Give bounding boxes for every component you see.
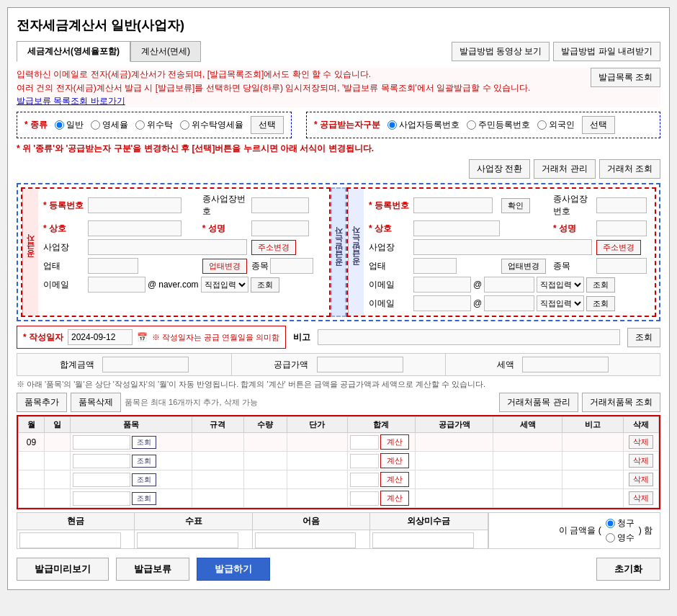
- bigo-lookup-btn[interactable]: 조회: [627, 328, 660, 347]
- receiver-type-btn[interactable]: 업태변경: [501, 259, 546, 274]
- receiver-email2-select[interactable]: 직접입력: [537, 295, 584, 311]
- calc-btn-3[interactable]: 계산: [380, 472, 409, 487]
- calendar-icon[interactable]: 📅: [137, 332, 148, 342]
- unit-input-3[interactable]: [290, 475, 345, 485]
- qty-input-3[interactable]: [246, 475, 284, 485]
- supplier-company-input[interactable]: [88, 220, 181, 236]
- day-input-1[interactable]: [47, 437, 68, 447]
- receiver-biz-no-input[interactable]: [596, 197, 647, 213]
- payment-cash-input[interactable]: [19, 532, 121, 548]
- sum-input-4[interactable]: [350, 491, 379, 506]
- info-link[interactable]: 발급보류 목록조회 바로가기: [17, 96, 125, 106]
- qty-input-2[interactable]: [246, 456, 284, 466]
- item-lookup-btn-2[interactable]: 조회: [132, 455, 156, 468]
- calc-btn-4[interactable]: 계산: [380, 491, 409, 506]
- tax-input-3[interactable]: [496, 475, 560, 485]
- tax-input-1[interactable]: [496, 437, 560, 447]
- delete-row-btn-1[interactable]: 삭제: [629, 435, 653, 449]
- day-input-4[interactable]: [47, 494, 68, 504]
- trade-mgmt-btn[interactable]: 거래처 관리: [534, 159, 595, 179]
- type-radio-일반[interactable]: 일반: [55, 119, 84, 131]
- supply-input-1[interactable]: [418, 437, 490, 447]
- tab-tax[interactable]: 세금계산서(영세율포함): [17, 41, 130, 62]
- receiver-address-input[interactable]: [413, 239, 592, 255]
- supply-input-4[interactable]: [418, 494, 490, 504]
- bigo-input[interactable]: [318, 329, 620, 345]
- receiver-email2-input[interactable]: [413, 295, 471, 311]
- reset-btn[interactable]: 초기화: [596, 558, 660, 581]
- calc-btn-1[interactable]: 계산: [380, 434, 409, 450]
- spec-input-1[interactable]: [194, 437, 241, 447]
- item-lookup-btn-4[interactable]: 조회: [132, 492, 156, 505]
- note-input-4[interactable]: [565, 494, 620, 504]
- date-input[interactable]: [68, 329, 133, 345]
- receipt-radio-receive[interactable]: 영수: [606, 532, 635, 544]
- supplier-category-input[interactable]: [270, 258, 313, 274]
- supply-input-2[interactable]: [418, 456, 490, 466]
- receiver-company-input[interactable]: [413, 220, 500, 236]
- receiver-address-btn[interactable]: 주소변경: [596, 240, 641, 255]
- receiver-category-input[interactable]: [596, 258, 647, 274]
- recipient-radio-biz[interactable]: 사업자등록번호: [387, 119, 459, 131]
- receiver-email2-domain-input[interactable]: [484, 295, 534, 311]
- delete-item-btn[interactable]: 품목삭제: [71, 393, 121, 412]
- sum-input-2[interactable]: [350, 454, 379, 468]
- hold-btn[interactable]: 발급보류: [116, 558, 189, 581]
- item-lookup-btn-1[interactable]: 조회: [132, 436, 156, 449]
- note-input-1[interactable]: [565, 437, 620, 447]
- sum-input-3[interactable]: [350, 473, 379, 487]
- payment-check-input[interactable]: [137, 532, 238, 548]
- type-radio-위수탁영세율[interactable]: 위수탁영세율: [180, 119, 243, 131]
- note-input-2[interactable]: [565, 456, 620, 466]
- item-lookup-btn[interactable]: 거래처품목 조회: [582, 393, 660, 412]
- qty-input-1[interactable]: [246, 437, 284, 447]
- unit-input-4[interactable]: [290, 494, 345, 504]
- issuance-lookup-btn[interactable]: 발급목록 조회: [591, 68, 660, 87]
- tab-invoice[interactable]: 계산서(면세): [130, 41, 201, 62]
- item-mgmt-btn[interactable]: 거래처품목 관리: [499, 393, 578, 412]
- total-sum-input[interactable]: [102, 357, 189, 372]
- receiver-email1-input[interactable]: [413, 277, 471, 293]
- recipient-radio-resident[interactable]: 주민등록번호: [467, 119, 530, 131]
- delete-row-btn-4[interactable]: 삭제: [629, 491, 653, 505]
- receipt-radio-claim[interactable]: 청구: [606, 517, 635, 530]
- month-input-4[interactable]: [21, 494, 42, 504]
- item-input-4[interactable]: [73, 491, 130, 506]
- supply-input-3[interactable]: [418, 475, 490, 485]
- payment-credit-input[interactable]: [372, 532, 474, 548]
- supplier-email-input[interactable]: [88, 277, 145, 293]
- month-input-2[interactable]: [21, 456, 42, 466]
- supplier-type-input[interactable]: [88, 258, 138, 274]
- item-lookup-btn-3[interactable]: 조회: [132, 473, 156, 486]
- month-input-3[interactable]: [21, 475, 42, 485]
- switch-btn[interactable]: 사업장 전환: [469, 159, 530, 179]
- payment-note-input[interactable]: [255, 532, 357, 548]
- spec-input-2[interactable]: [194, 456, 241, 466]
- supplier-name-input[interactable]: [251, 220, 309, 236]
- receiver-name-input[interactable]: [596, 220, 647, 236]
- recipient-radio-foreign[interactable]: 외국인: [537, 119, 575, 131]
- receiver-type-input[interactable]: [413, 258, 457, 274]
- recipient-select-btn[interactable]: 선택: [582, 116, 615, 134]
- item-input-1[interactable]: [73, 435, 130, 450]
- add-item-btn[interactable]: 품목추가: [17, 393, 67, 412]
- type-select-btn[interactable]: 선택: [251, 116, 284, 134]
- issue-btn[interactable]: 발급하기: [197, 558, 270, 581]
- receiver-email2-lookup-btn[interactable]: 조회: [586, 296, 615, 311]
- receiver-email1-domain-input[interactable]: [484, 277, 534, 293]
- tax-input-2[interactable]: [496, 456, 560, 466]
- month-input-1[interactable]: [21, 437, 42, 447]
- spec-input-3[interactable]: [194, 475, 241, 485]
- receiver-reg-input[interactable]: [413, 197, 493, 213]
- sum-input-1[interactable]: [350, 435, 379, 450]
- preview-btn[interactable]: 발급미리보기: [17, 558, 109, 581]
- receiver-confirm-btn[interactable]: 확인: [501, 198, 530, 213]
- tax-input-4[interactable]: [496, 494, 560, 504]
- trade-lookup-btn[interactable]: 거래처 조회: [599, 159, 660, 179]
- type-radio-영세율[interactable]: 영세율: [91, 119, 128, 131]
- receiver-email1-select[interactable]: 직접입력: [537, 277, 584, 293]
- type-radio-위수탁[interactable]: 위수탁: [135, 119, 173, 131]
- supplier-reg-input[interactable]: [88, 197, 181, 213]
- unit-input-1[interactable]: [290, 437, 345, 447]
- spec-input-4[interactable]: [194, 494, 241, 504]
